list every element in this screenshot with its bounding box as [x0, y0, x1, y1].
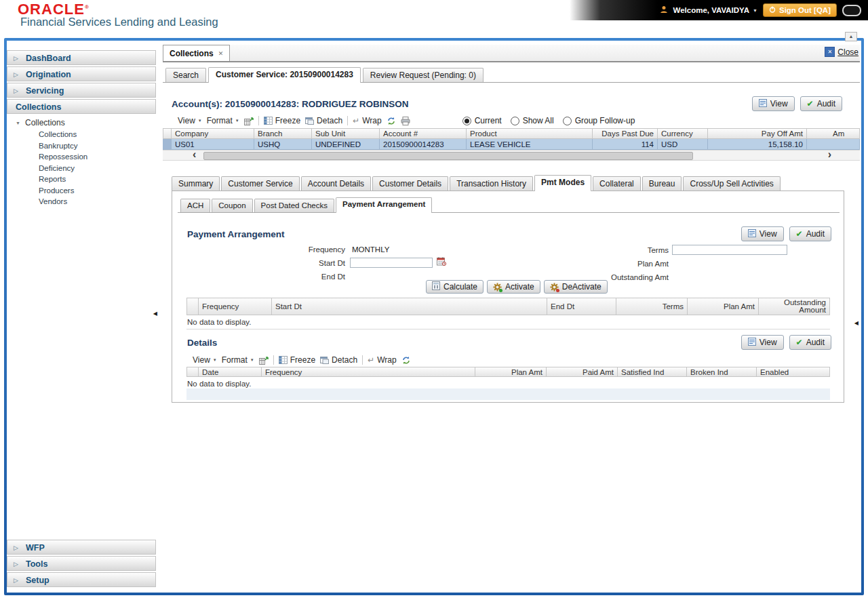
- tree-item-deficiency[interactable]: Deficiency: [7, 163, 156, 174]
- subtab-coupon[interactable]: Coupon: [212, 199, 252, 212]
- export-icon[interactable]: [259, 356, 269, 365]
- calculate-button[interactable]: Calculate: [426, 280, 484, 294]
- column-header-account-number[interactable]: Account #: [380, 128, 467, 139]
- activate-button[interactable]: Activate: [487, 280, 540, 294]
- tree-item-bankruptcy[interactable]: Bankruptcy: [7, 140, 156, 152]
- column-header-days-past-due[interactable]: Days Past Due: [593, 128, 658, 139]
- column-header-outstanding-amount[interactable]: Outstanding Amount: [759, 298, 830, 315]
- horizontal-scrollbar[interactable]: ‹ ›: [163, 150, 860, 161]
- radio-group-follow-up[interactable]: [563, 117, 572, 125]
- row-selector[interactable]: [163, 139, 172, 150]
- pa-view-button[interactable]: View: [741, 226, 784, 241]
- pa-empty-row: No data to display.: [186, 315, 830, 329]
- sidebar-item-setup[interactable]: ▷Setup: [7, 572, 156, 587]
- tab-transaction-history[interactable]: Transaction History: [450, 176, 533, 191]
- pa-grid-header: Frequency Start Dt End Dt Terms Plan Amt…: [186, 298, 830, 315]
- scrollbar-thumb[interactable]: [203, 152, 693, 160]
- subtab-post-dated-checks[interactable]: Post Dated Checks: [254, 199, 334, 212]
- tree-item-producers[interactable]: Producers: [7, 185, 156, 197]
- tab-customer-details[interactable]: Customer Details: [372, 176, 448, 191]
- details-freeze-button[interactable]: Freeze: [279, 355, 315, 365]
- refresh-icon[interactable]: [401, 356, 411, 365]
- tab-account-details[interactable]: Account Details: [301, 176, 371, 191]
- tab-collateral[interactable]: Collateral: [593, 176, 641, 191]
- sidebar-item-servicing[interactable]: ▷Servicing: [7, 83, 156, 98]
- terms-input[interactable]: [672, 245, 787, 255]
- sidebar-collapse-handle[interactable]: ◀: [153, 311, 157, 317]
- details-view-button[interactable]: View: [741, 335, 784, 350]
- column-header-currency[interactable]: Currency: [658, 128, 708, 139]
- follow-up-filter: Current Show All Group Follow-up: [462, 116, 641, 125]
- column-header-end-dt[interactable]: End Dt: [547, 298, 616, 315]
- sidebar-item-collections[interactable]: Collections: [7, 99, 156, 114]
- deactivate-button[interactable]: DeActivate: [544, 280, 608, 294]
- details-wrap-button[interactable]: ↵Wrap: [368, 355, 397, 365]
- column-header-frequency[interactable]: Frequency: [262, 367, 475, 377]
- sign-out-button[interactable]: Sign Out [QA]: [763, 3, 837, 17]
- subtab-ach[interactable]: ACH: [180, 199, 210, 212]
- subtab-review-request[interactable]: Review Request (Pending: 0): [363, 68, 484, 82]
- tab-bureau[interactable]: Bureau: [642, 176, 682, 191]
- panel-collapse-handle[interactable]: ◀: [854, 320, 859, 326]
- column-header-product[interactable]: Product: [467, 128, 593, 139]
- audit-button[interactable]: ✔Audit: [800, 96, 842, 111]
- scroll-left-icon[interactable]: ‹: [193, 149, 196, 160]
- refresh-icon[interactable]: [387, 117, 396, 125]
- close-control[interactable]: ✕ Close: [825, 47, 859, 57]
- format-menu[interactable]: Format▼: [207, 116, 239, 125]
- tab-customer-service[interactable]: Customer Service: [221, 176, 299, 191]
- column-header-paid-amt[interactable]: Paid Amt: [547, 367, 618, 377]
- column-header-date[interactable]: Date: [199, 367, 262, 377]
- column-header-amount[interactable]: Am: [807, 128, 860, 139]
- tree-node-collections[interactable]: ▼Collections: [7, 117, 156, 129]
- scroll-right-icon[interactable]: ›: [828, 149, 831, 160]
- sidebar-item-origination[interactable]: ▷Origination: [7, 66, 156, 81]
- view-menu[interactable]: View▼: [178, 116, 202, 125]
- tree-item-collections[interactable]: Collections: [7, 129, 156, 140]
- column-header-satisfied-ind[interactable]: Satisfied Ind: [618, 367, 687, 377]
- tab-summary[interactable]: Summary: [172, 176, 220, 191]
- export-icon[interactable]: [244, 117, 254, 125]
- start-dt-input[interactable]: [350, 258, 433, 268]
- subtab-customer-service[interactable]: Customer Service: 20150900014283: [208, 67, 361, 83]
- view-button[interactable]: View: [752, 96, 795, 111]
- column-header-company[interactable]: Company: [172, 128, 254, 139]
- wrap-button[interactable]: ↵Wrap: [353, 116, 382, 125]
- column-header-sub-unit[interactable]: Sub Unit: [312, 128, 380, 139]
- welcome-menu[interactable]: Welcome, VAVAIDYA▼: [673, 6, 757, 14]
- details-detach-button[interactable]: Detach: [320, 355, 357, 365]
- pa-audit-button[interactable]: ✔Audit: [789, 226, 831, 241]
- column-header-broken-ind[interactable]: Broken Ind: [687, 367, 757, 377]
- freeze-button[interactable]: Freeze: [264, 116, 300, 125]
- account-grid-row[interactable]: US01 USHQ UNDEFINED 20150900014283 LEASE…: [163, 139, 860, 150]
- sidebar-item-tools[interactable]: ▷Tools: [7, 556, 156, 571]
- column-header-branch[interactable]: Branch: [254, 128, 312, 139]
- column-header-pay-off-amt[interactable]: Pay Off Amt: [708, 128, 807, 139]
- scroll-up-button[interactable]: ▲: [845, 32, 857, 41]
- radio-show-all[interactable]: [511, 117, 519, 125]
- sidebar-item-wfp[interactable]: ▷WFP: [7, 540, 156, 555]
- print-icon[interactable]: [401, 117, 410, 125]
- column-header-frequency[interactable]: Frequency: [199, 298, 272, 315]
- tree-item-repossession[interactable]: Repossession: [7, 151, 156, 163]
- subtab-search[interactable]: Search: [165, 68, 206, 82]
- subtab-payment-arrangement[interactable]: Payment Arrangement: [336, 197, 432, 213]
- detach-button[interactable]: Detach: [305, 116, 342, 125]
- details-audit-button[interactable]: ✔Audit: [789, 335, 831, 350]
- tab-close-icon[interactable]: ✕: [218, 50, 224, 57]
- details-format-menu[interactable]: Format▼: [222, 355, 254, 365]
- column-header-enabled[interactable]: Enabled: [757, 367, 830, 377]
- column-header-plan-amt[interactable]: Plan Amt: [475, 367, 547, 377]
- column-header-plan-amt[interactable]: Plan Amt: [688, 298, 759, 315]
- column-header-start-dt[interactable]: Start Dt: [272, 298, 547, 315]
- tab-collections-document[interactable]: Collections ✕: [163, 45, 230, 61]
- tab-cross-up-sell-activities[interactable]: Cross/Up Sell Activities: [683, 176, 780, 191]
- details-view-menu[interactable]: View▼: [193, 355, 217, 365]
- radio-current[interactable]: [462, 117, 471, 125]
- column-header-terms[interactable]: Terms: [616, 298, 688, 315]
- sidebar-item-dashboard[interactable]: ▷DashBoard: [7, 50, 156, 65]
- tab-pmt-modes[interactable]: Pmt Modes: [534, 175, 591, 191]
- tree-item-vendors[interactable]: Vendors: [7, 196, 156, 207]
- tree-item-reports[interactable]: Reports: [7, 174, 156, 185]
- calendar-icon[interactable]: [437, 256, 446, 268]
